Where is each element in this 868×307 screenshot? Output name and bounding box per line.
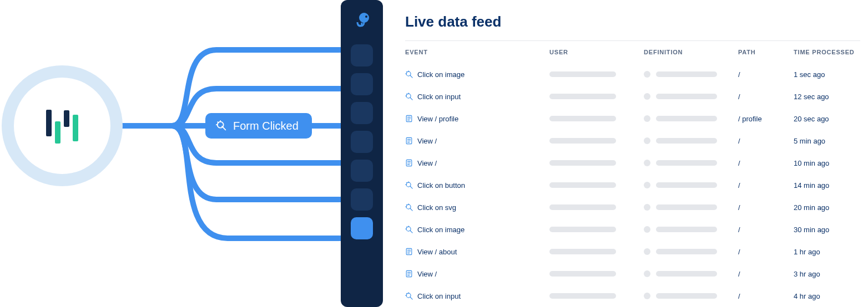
path-cell: / xyxy=(738,137,794,145)
table-row[interactable]: Click on svg/20 min ago xyxy=(405,196,860,218)
definition-placeholder xyxy=(656,271,717,277)
definition-placeholder xyxy=(656,182,717,188)
time-cell: 30 min ago xyxy=(794,226,866,234)
definition-dot xyxy=(644,160,650,166)
user-placeholder xyxy=(549,293,616,299)
time-cell: 20 min ago xyxy=(794,203,866,212)
path-cell: / xyxy=(738,248,794,256)
feed-title: Live data feed xyxy=(405,13,860,30)
nav-item-2[interactable] xyxy=(351,73,373,95)
cursor-click-icon xyxy=(405,70,413,78)
feed-table: EVENT USER DEFINITION PATH TIME PROCESSE… xyxy=(405,49,860,307)
definition-cell xyxy=(644,93,738,100)
event-cell: Click on image xyxy=(405,70,549,79)
pipe-connectors xyxy=(105,0,361,307)
user-cell xyxy=(549,249,644,254)
time-cell: 4 hr ago xyxy=(794,292,866,300)
definition-placeholder xyxy=(656,94,717,99)
event-cell: View / xyxy=(405,270,549,278)
path-cell: / xyxy=(738,226,794,234)
cursor-click-icon xyxy=(405,226,413,233)
cursor-click-icon xyxy=(405,292,413,300)
event-name: Click on input xyxy=(417,93,461,101)
user-placeholder xyxy=(549,204,616,210)
time-cell: 3 hr ago xyxy=(794,270,866,278)
event-cell: Click on button xyxy=(405,181,549,190)
table-row[interactable]: View //5 min ago xyxy=(405,130,860,152)
nav-item-4[interactable] xyxy=(351,131,373,153)
user-placeholder xyxy=(549,94,616,99)
definition-cell xyxy=(644,226,738,233)
definition-dot xyxy=(644,204,650,211)
event-cell: Click on input xyxy=(405,93,549,101)
table-row[interactable]: View / profile/ profile20 sec ago xyxy=(405,108,860,130)
definition-placeholder xyxy=(656,71,717,77)
time-cell: 10 min ago xyxy=(794,159,866,167)
event-cell: Click on input xyxy=(405,292,549,300)
path-cell: / xyxy=(738,181,794,190)
table-row[interactable]: View / about/1 hr ago xyxy=(405,241,860,263)
time-cell: 5 min ago xyxy=(794,137,866,145)
user-placeholder xyxy=(549,160,616,166)
user-cell xyxy=(549,227,644,232)
definition-dot xyxy=(644,137,650,144)
definition-cell xyxy=(644,293,738,299)
event-name: View / profile xyxy=(417,115,458,123)
user-placeholder xyxy=(549,138,616,144)
col-header-time: TIME PROCESSED xyxy=(794,49,866,55)
definition-placeholder xyxy=(656,293,717,299)
divider xyxy=(405,40,860,41)
definition-cell xyxy=(644,71,738,78)
nav-item-3[interactable] xyxy=(351,102,373,124)
definition-cell xyxy=(644,270,738,277)
source-logo-icon xyxy=(46,108,79,144)
col-header-user: USER xyxy=(549,49,644,55)
table-row[interactable]: View //10 min ago xyxy=(405,152,860,174)
time-cell: 1 hr ago xyxy=(794,248,866,256)
sidebar-nav xyxy=(341,0,383,307)
event-name: View / xyxy=(417,137,437,145)
event-cell: View / xyxy=(405,159,549,167)
event-name: View / xyxy=(417,270,437,278)
table-row[interactable]: Click on image/1 sec ago xyxy=(405,63,860,85)
nav-item-6[interactable] xyxy=(351,188,373,211)
table-row[interactable]: Click on input/12 sec ago xyxy=(405,85,860,108)
user-cell xyxy=(549,271,644,277)
time-cell: 1 sec ago xyxy=(794,70,866,79)
path-cell: / xyxy=(738,292,794,300)
user-placeholder xyxy=(549,71,616,77)
col-header-definition: DEFINITION xyxy=(644,49,738,55)
live-feed-panel: Live data feed EVENT USER DEFINITION PAT… xyxy=(405,13,860,307)
page-view-icon xyxy=(405,248,413,255)
user-cell xyxy=(549,182,644,188)
svg-point-1 xyxy=(359,13,369,23)
event-name: Click on svg xyxy=(417,203,456,212)
event-name: View / about xyxy=(417,248,457,256)
time-cell: 12 sec ago xyxy=(794,93,866,101)
definition-cell xyxy=(644,204,738,211)
definition-placeholder xyxy=(656,138,717,144)
path-cell: / xyxy=(738,159,794,167)
integration-diagram: Form Clicked xyxy=(0,0,383,307)
definition-placeholder xyxy=(656,204,717,210)
nav-item-1[interactable] xyxy=(351,44,373,66)
page-view-icon xyxy=(405,115,413,122)
definition-placeholder xyxy=(656,160,717,166)
user-cell xyxy=(549,94,644,99)
page-view-icon xyxy=(405,159,413,167)
event-name: View / xyxy=(417,159,437,167)
event-cell: Click on image xyxy=(405,226,549,234)
nav-item-7-active[interactable] xyxy=(351,217,373,239)
cursor-click-icon xyxy=(405,181,413,189)
user-cell xyxy=(549,160,644,166)
user-placeholder xyxy=(549,271,616,277)
col-header-path: PATH xyxy=(738,49,794,55)
table-row[interactable]: Click on input/4 hr ago xyxy=(405,285,860,307)
user-placeholder xyxy=(549,249,616,254)
table-row[interactable]: View //3 hr ago xyxy=(405,263,860,285)
event-cell: Click on svg xyxy=(405,203,549,212)
definition-dot xyxy=(644,93,650,100)
nav-item-5[interactable] xyxy=(351,160,373,182)
table-row[interactable]: Click on button/14 min ago xyxy=(405,174,860,196)
table-row[interactable]: Click on image/30 min ago xyxy=(405,218,860,241)
